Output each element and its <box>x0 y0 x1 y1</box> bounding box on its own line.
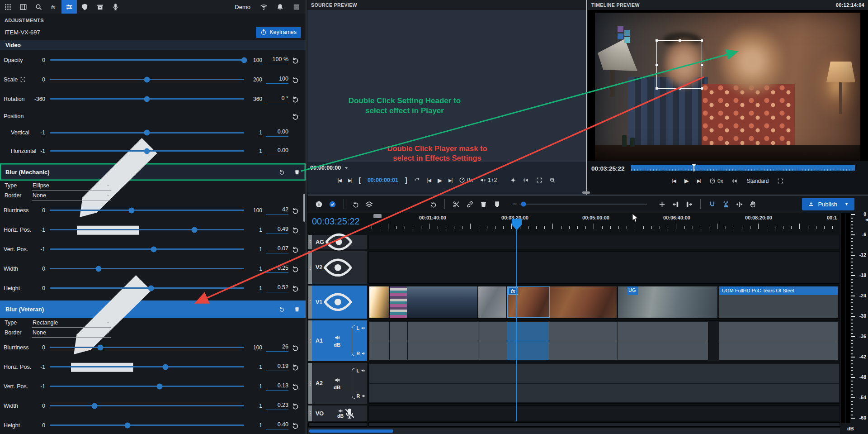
timeline-clip[interactable] <box>550 286 618 318</box>
track-content-a1[interactable] <box>368 320 840 361</box>
playback-speed-button[interactable]: 0x <box>459 177 473 183</box>
section-delete-icon[interactable] <box>294 306 300 312</box>
db-label[interactable]: dB <box>334 385 340 390</box>
reset-button[interactable] <box>288 362 302 372</box>
track-header-a1[interactable]: ⋮A1dBLR <box>308 320 367 361</box>
apps-grid-button[interactable] <box>0 0 15 14</box>
slider-thumb[interactable] <box>241 57 247 63</box>
track-content-ag[interactable] <box>368 235 840 249</box>
blur-mask-rectangle[interactable] <box>656 40 702 89</box>
go-to-end-button[interactable]: ▶| <box>697 178 701 183</box>
timeline-clip[interactable]: UG <box>618 286 718 318</box>
menu-button[interactable] <box>288 0 304 14</box>
link-button[interactable] <box>463 197 476 211</box>
effects-button[interactable]: fx <box>46 0 61 14</box>
timeline-big-timecode[interactable]: 00:03:25:22 <box>312 216 360 227</box>
dropdown-type[interactable]: Rectangle <box>32 318 111 328</box>
slider-track[interactable] <box>50 366 244 367</box>
zoom-button[interactable] <box>549 177 556 183</box>
track-content-a2[interactable] <box>368 363 840 404</box>
reset-button[interactable] <box>288 382 302 391</box>
slider-thumb[interactable] <box>144 76 150 82</box>
channel-right[interactable]: R <box>356 393 366 399</box>
slider-track[interactable] <box>50 248 244 250</box>
quality-selector[interactable]: Standard <box>747 178 769 184</box>
go-to-in-button[interactable]: |◀ <box>338 178 341 183</box>
timeline-preview-scrubber[interactable] <box>631 165 855 171</box>
slider-value-field[interactable]: 42 <box>266 206 288 215</box>
slider-value-field[interactable]: 0.00 <box>266 147 288 155</box>
audio-scrub-button[interactable] <box>523 177 529 183</box>
reset-button[interactable] <box>288 343 302 352</box>
reset-button[interactable] <box>288 284 302 293</box>
track-drag-handle[interactable]: ⋮ <box>308 405 312 421</box>
slider-thumb[interactable] <box>128 207 134 213</box>
track-drag-handle[interactable]: ⋮ <box>308 320 312 361</box>
db-label[interactable]: dB <box>337 414 344 419</box>
delete-button[interactable] <box>476 197 490 211</box>
timeline-horizontal-scrollbar[interactable] <box>308 428 840 434</box>
source-timecode[interactable]: 00:00:00:00 <box>307 162 586 171</box>
zoom-slider-thumb[interactable] <box>521 202 526 207</box>
slider-value-field[interactable]: 0.52 <box>266 284 288 292</box>
info-button[interactable] <box>312 197 326 211</box>
reset-button[interactable] <box>288 421 302 430</box>
section-reset-icon[interactable] <box>278 169 285 175</box>
panel-scrollbar[interactable] <box>303 194 305 222</box>
add-track-button[interactable] <box>655 197 669 211</box>
keyframe-star-button[interactable] <box>510 177 516 183</box>
hand-tool-button[interactable] <box>746 197 760 211</box>
channel-right[interactable]: R <box>356 351 366 356</box>
mark-timecode[interactable]: 00:00:00:01 <box>368 177 398 183</box>
slider-track[interactable] <box>50 287 244 289</box>
slider-thumb[interactable] <box>144 130 150 136</box>
track-header-vo[interactable]: ⋮VOdB <box>308 405 367 421</box>
reset-button[interactable] <box>288 75 302 84</box>
track-content-v2[interactable] <box>368 251 840 284</box>
slider-value-field[interactable]: 0.07 <box>266 245 288 253</box>
channel-left[interactable]: L <box>356 368 366 373</box>
history-button[interactable] <box>426 197 440 211</box>
slider-thumb[interactable] <box>156 383 162 389</box>
section-reset-icon[interactable] <box>278 306 285 312</box>
slider-track[interactable] <box>50 132 244 134</box>
play-button[interactable]: ▶ <box>438 177 442 184</box>
undo-button[interactable] <box>349 197 362 211</box>
playback-speed-button[interactable]: 0x <box>709 178 723 184</box>
slider-thumb[interactable] <box>144 96 150 102</box>
timeline-clip[interactable]: fx <box>507 286 550 318</box>
slider-value-field[interactable]: 0 ° <box>266 95 288 103</box>
reset-button[interactable] <box>288 264 302 273</box>
slider-thumb[interactable] <box>144 148 150 154</box>
frame-back-button[interactable]: |◀ <box>427 178 431 183</box>
slider-track[interactable] <box>50 98 244 100</box>
dropdown-border[interactable]: None <box>32 191 111 200</box>
timeline-zoom-slider[interactable]: − <box>513 200 647 208</box>
slider-value-field[interactable]: 100 <box>266 76 288 84</box>
snap-button[interactable] <box>705 197 719 211</box>
search-button[interactable] <box>31 0 46 14</box>
slider-value-field[interactable]: 0.40 <box>266 421 288 429</box>
track-drag-handle[interactable]: ⋮ <box>308 251 312 284</box>
track-header-v1[interactable]: ⋮V1 <box>308 286 367 319</box>
track-header-ag[interactable]: ⋮AG <box>308 235 367 249</box>
slider-value-field[interactable]: 0.23 <box>266 402 288 410</box>
timeline-clip[interactable]: UGM FullHD PoC Tears Of Steel <box>719 286 839 318</box>
slider-track[interactable] <box>50 229 244 230</box>
track-drag-handle[interactable]: ⋮ <box>308 363 312 404</box>
scrollbar-thumb[interactable] <box>309 429 393 433</box>
slider-thumb[interactable] <box>125 422 131 428</box>
slider-track[interactable] <box>50 347 244 348</box>
slider-thumb[interactable] <box>148 285 154 291</box>
slider-thumb[interactable] <box>162 364 168 370</box>
mic-muted-icon[interactable] <box>344 408 355 420</box>
track-content-v1[interactable]: fxUGUGM FullHD PoC Tears Of Steel <box>368 286 840 319</box>
media-panels-button[interactable] <box>15 0 31 14</box>
track-visibility-button[interactable] <box>322 286 354 318</box>
adjustments-button[interactable] <box>61 0 77 14</box>
zoom-out-minus[interactable]: − <box>513 200 517 208</box>
slider-value-field[interactable]: 0.19 <box>266 363 288 371</box>
reset-button[interactable] <box>288 225 302 234</box>
track-header-v2[interactable]: ⋮V2 <box>308 251 367 284</box>
panel-resize-grip[interactable] <box>582 191 590 194</box>
